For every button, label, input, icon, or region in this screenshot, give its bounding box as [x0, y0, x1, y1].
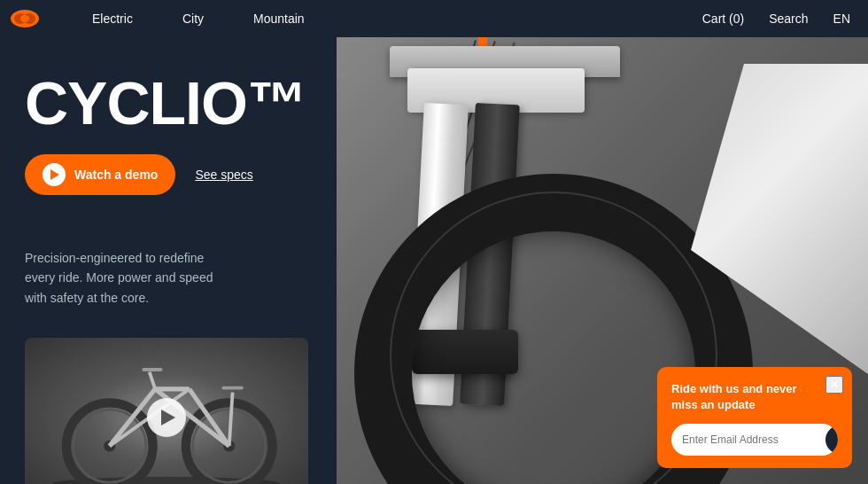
svg-line-16 — [150, 372, 155, 389]
search-button[interactable]: Search — [769, 12, 808, 26]
cart-button[interactable]: Cart (0) — [702, 12, 744, 26]
nav-city[interactable]: City — [158, 0, 229, 37]
email-input[interactable] — [671, 433, 825, 446]
popup-submit-button[interactable]: › — [825, 425, 838, 454]
popup-input-row: › — [671, 424, 838, 456]
hero-description: Precision-engineered to redefine every r… — [25, 248, 237, 308]
nav-mountain[interactable]: Mountain — [229, 0, 329, 37]
svg-point-3 — [20, 15, 29, 22]
watch-demo-label: Watch a demo — [74, 168, 158, 182]
video-play-button[interactable] — [147, 398, 186, 437]
play-triangle-icon — [50, 169, 59, 180]
hero-actions: Watch a demo See specs — [25, 154, 312, 195]
popup-title: Ride with us and never miss an update — [671, 381, 838, 413]
see-specs-link[interactable]: See specs — [195, 168, 252, 182]
logo-icon — [9, 8, 41, 29]
video-thumbnail[interactable] — [25, 338, 308, 484]
language-selector[interactable]: EN — [833, 12, 850, 26]
hero-left-panel: CYCLIO™ Watch a demo See specs Precision… — [0, 37, 337, 484]
nav-right: Cart (0) Search EN — [702, 12, 868, 26]
popup-close-button[interactable]: × — [825, 376, 843, 394]
nav-electric[interactable]: Electric — [67, 0, 158, 37]
play-circle-icon — [43, 163, 66, 186]
watch-demo-button[interactable]: Watch a demo — [25, 154, 175, 195]
video-play-icon — [161, 410, 175, 425]
newsletter-popup: × Ride with us and never miss an update … — [657, 367, 852, 468]
navbar: Electric City Mountain Cart (0) Search E… — [0, 0, 868, 37]
logo[interactable] — [0, 0, 50, 37]
nav-links: Electric City Mountain — [67, 0, 329, 37]
hero-title: CYCLIO™ — [25, 73, 312, 133]
